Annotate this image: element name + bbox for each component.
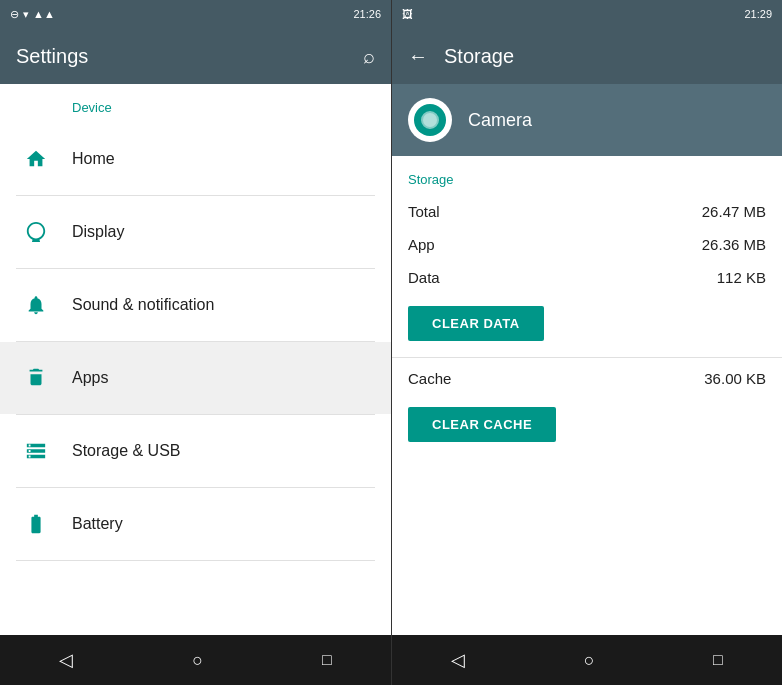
- data-row: Data 112 KB: [392, 261, 782, 294]
- app-header: Camera: [392, 84, 782, 156]
- left-top-bar: Settings ⌕: [0, 28, 391, 84]
- battery-label: Battery: [72, 515, 123, 533]
- storage-content: Storage Total 26.47 MB App 26.36 MB Data…: [392, 156, 782, 635]
- right-status-left: 🖼: [402, 8, 413, 20]
- left-nav-back[interactable]: ◁: [39, 641, 93, 679]
- right-top-bar: ← Storage: [392, 28, 782, 84]
- cache-label: Cache: [408, 370, 451, 387]
- left-time: 21:26: [353, 8, 381, 20]
- app-label: App: [408, 236, 435, 253]
- sound-icon: [16, 294, 56, 316]
- image-notification-icon: 🖼: [402, 8, 413, 20]
- back-button[interactable]: ←: [408, 45, 428, 68]
- menu-item-display[interactable]: Display: [0, 196, 391, 268]
- app-value: 26.36 MB: [702, 236, 766, 253]
- battery-icon: [16, 513, 56, 535]
- right-panel: 🖼 21:29 ← Storage Camera Storage Total 2…: [391, 0, 782, 685]
- app-row: App 26.36 MB: [392, 228, 782, 261]
- left-status-right: 21:26: [353, 8, 381, 20]
- menu-item-home[interactable]: Home: [0, 123, 391, 195]
- clear-cache-button[interactable]: CLEAR CACHE: [408, 407, 556, 442]
- signal-icon: ▲▲: [33, 8, 55, 20]
- search-icon[interactable]: ⌕: [363, 45, 375, 68]
- total-row: Total 26.47 MB: [392, 195, 782, 228]
- home-label: Home: [72, 150, 115, 168]
- display-icon: [16, 221, 56, 243]
- storage-title: Storage: [444, 45, 514, 68]
- sound-label: Sound & notification: [72, 296, 214, 314]
- left-nav-recent[interactable]: □: [302, 643, 352, 677]
- right-status-right: 21:29: [744, 8, 772, 20]
- data-value: 112 KB: [717, 269, 766, 286]
- left-status-icons: ⊖ ▾ ▲▲: [10, 8, 55, 21]
- device-section-label: Device: [0, 84, 391, 123]
- left-top-title: Settings: [16, 45, 88, 68]
- clear-data-button[interactable]: CLEAR DATA: [408, 306, 544, 341]
- menu-item-apps[interactable]: Apps: [0, 342, 391, 414]
- home-icon: [16, 148, 56, 170]
- storage-usb-label: Storage & USB: [72, 442, 181, 460]
- display-label: Display: [72, 223, 124, 241]
- right-time: 21:29: [744, 8, 772, 20]
- app-name: Camera: [468, 110, 532, 131]
- cache-row: Cache 36.00 KB: [392, 357, 782, 395]
- left-nav-home[interactable]: ○: [172, 642, 223, 679]
- notification-icon: ⊖: [10, 8, 19, 21]
- right-status-bar: 🖼 21:29: [392, 0, 782, 28]
- cache-value: 36.00 KB: [704, 370, 766, 387]
- apps-icon: [16, 367, 56, 389]
- left-nav-bar: ◁ ○ □: [0, 635, 391, 685]
- menu-item-sound[interactable]: Sound & notification: [0, 269, 391, 341]
- storage-section-label: Storage: [392, 156, 782, 195]
- wifi-icon: ▾: [23, 8, 29, 21]
- total-label: Total: [408, 203, 440, 220]
- right-nav-bar: ◁ ○ □: [392, 635, 782, 685]
- camera-app-icon: [414, 104, 446, 136]
- right-nav-back[interactable]: ◁: [431, 641, 485, 679]
- menu-item-storage[interactable]: Storage & USB: [0, 415, 391, 487]
- storage-icon: [16, 440, 56, 462]
- data-label: Data: [408, 269, 440, 286]
- right-nav-home[interactable]: ○: [564, 642, 615, 679]
- apps-label: Apps: [72, 369, 108, 387]
- right-nav-recent[interactable]: □: [693, 643, 743, 677]
- app-icon-wrapper: [408, 98, 452, 142]
- menu-item-battery[interactable]: Battery: [0, 488, 391, 560]
- total-value: 26.47 MB: [702, 203, 766, 220]
- left-status-bar: ⊖ ▾ ▲▲ 21:26: [0, 0, 391, 28]
- divider-6: [16, 560, 375, 561]
- camera-lens: [421, 111, 439, 129]
- left-panel: ⊖ ▾ ▲▲ 21:26 Settings ⌕ Device Home Disp…: [0, 0, 391, 685]
